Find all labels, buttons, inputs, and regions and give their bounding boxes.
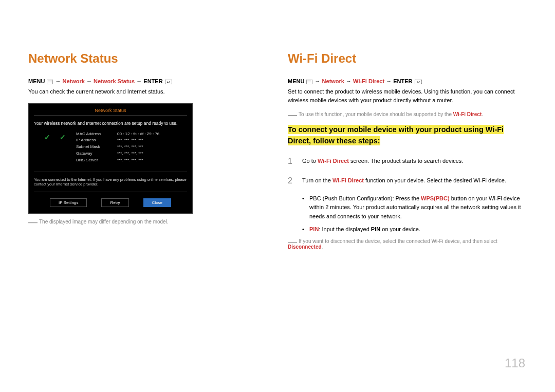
disconnect-note: ―If you want to disconnect the device, s… — [288, 238, 527, 250]
check-icon: ✓ — [60, 133, 66, 141]
menu-icon — [306, 80, 312, 84]
check-icon: ✓ — [44, 133, 50, 141]
step-2: 2 Turn on the Wi-Fi Direct function on y… — [288, 175, 527, 187]
bullet-pbc: • PBC (Push Button Configuration): Press… — [302, 194, 527, 221]
scr-footer-note: You are connected to the Internet. If yo… — [34, 172, 187, 192]
section-title-wifi-direct: Wi-Fi Direct — [288, 51, 527, 66]
kv-row: MAC Address00 : 12 : fb : df : 29 : 76 — [76, 131, 159, 138]
ip-settings-button[interactable]: IP Settings — [50, 198, 87, 207]
left-column: Network Status MENU → Network → Network … — [28, 51, 267, 254]
image-disclaimer: ―The displayed image may differ dependin… — [28, 219, 267, 225]
svg-rect-9 — [415, 80, 422, 84]
scr-ready-msg: Your wireless network and Internet conne… — [34, 121, 187, 126]
retry-button[interactable]: Retry — [101, 198, 128, 207]
description-right: Set to connect the product to wireless m… — [288, 87, 527, 104]
close-button[interactable]: Close — [143, 198, 171, 207]
scr-title: Network Status — [34, 108, 187, 116]
scr-checkmarks: ✓ ✓ — [44, 131, 66, 164]
support-note: ―To use this function, your mobile devic… — [288, 111, 527, 117]
right-column: Wi-Fi Direct MENU → Network → Wi-Fi Dire… — [288, 51, 527, 254]
enter-icon — [165, 80, 172, 84]
kv-row: Gateway***. ***. ***. *** — [76, 151, 159, 157]
highlighted-heading: To connect your mobile device with your … — [288, 124, 527, 147]
kv-row: Subnet Mask***. ***. ***. *** — [76, 144, 159, 151]
menu-path-right: MENU → Network → Wi-Fi Direct → ENTER — [288, 78, 527, 84]
description-left: You can check the current network and In… — [28, 87, 267, 96]
section-title-network-status: Network Status — [28, 51, 267, 66]
svg-rect-4 — [165, 80, 172, 84]
menu-icon — [47, 80, 53, 84]
kv-row: DNS Server***. ***. ***. *** — [76, 157, 159, 164]
menu-path-left: MENU → Network → Network Status → ENTER — [28, 78, 267, 84]
scr-network-values: MAC Address00 : 12 : fb : df : 29 : 76 I… — [76, 131, 159, 164]
page-number: 118 — [505, 356, 525, 370]
step-1: 1 Go to Wi-Fi Direct screen. The product… — [288, 155, 527, 167]
bullet-pin: • PIN: Input the displayed PIN on your d… — [302, 225, 527, 234]
scr-buttons: IP Settings Retry Close — [34, 198, 187, 207]
network-status-screenshot: Network Status Your wireless network and… — [28, 103, 193, 214]
kv-row: IP Address***. ***. ***. *** — [76, 137, 159, 144]
enter-icon — [415, 80, 422, 84]
bullet-list: • PBC (Push Button Configuration): Press… — [302, 194, 527, 234]
